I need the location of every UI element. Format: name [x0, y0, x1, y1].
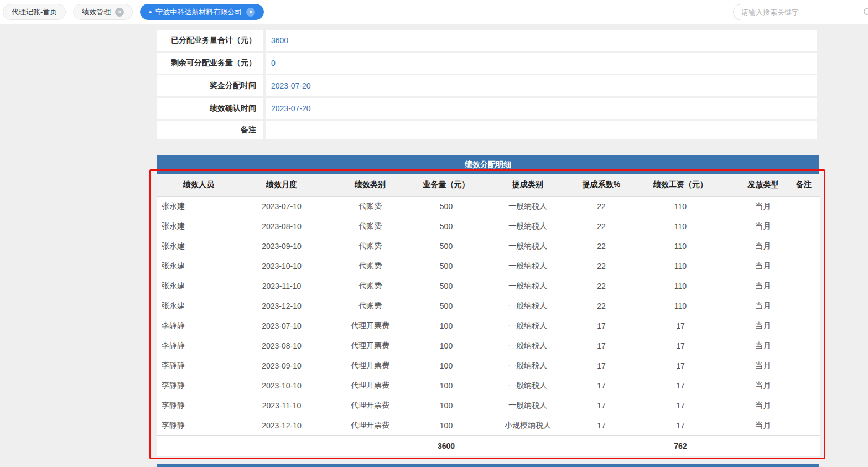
table-cell: 代账费 — [323, 256, 417, 276]
column-header: 备注 — [788, 174, 820, 196]
table-cell: 代账费 — [323, 216, 417, 236]
table-cell: 22 — [580, 236, 622, 256]
tab-company-active[interactable]: • 宁波中科达新材料有限公司 ✕ — [140, 4, 264, 20]
table-cell: 代理开票费 — [323, 396, 417, 416]
tab-company-label: 宁波中科达新材料有限公司 — [155, 7, 242, 17]
table-cell: 2023-09-10 — [240, 356, 323, 376]
tab-home-label: 代理记账-首页 — [12, 7, 57, 17]
table-cell: 一般纳税人 — [475, 236, 580, 256]
table-cell: 一般纳税人 — [475, 336, 580, 356]
table-row: 张永建2023-10-10代账费500一般纳税人22110当月 — [157, 256, 820, 276]
performance-confirm-date-value[interactable]: 2023-07-20 — [266, 98, 817, 119]
table-cell: 一般纳税人 — [475, 376, 580, 396]
table-cell: 张永建 — [157, 216, 240, 236]
table-cell: 代理开票费 — [323, 336, 417, 356]
table-cell: 李静静 — [157, 396, 240, 416]
table-cell: 500 — [417, 216, 475, 236]
table-cell: 17 — [580, 416, 622, 435]
remark-value[interactable] — [266, 121, 817, 139]
table-cell: 22 — [580, 256, 622, 276]
tab-home[interactable]: 代理记账-首页 — [3, 4, 66, 20]
table-row: 李静静2023-11-10代理开票费100一般纳税人1717当月 — [157, 396, 820, 416]
remaining-allocatable-value[interactable]: 0 — [266, 53, 817, 74]
close-icon[interactable]: ✕ — [115, 8, 124, 17]
form-row: 奖金分配时间 2023-07-20 — [157, 75, 817, 96]
performance-summary-form: 已分配业务量合计（元） 3600 剩余可分配业务量（元） 0 奖金分配时间 20… — [157, 30, 817, 141]
column-header: 绩效类别 — [323, 174, 417, 196]
search-box — [733, 4, 868, 20]
table-cell: 110 — [622, 216, 739, 236]
table-row: 张永建2023-08-10代账费500一般纳税人22110当月 — [157, 216, 820, 236]
table-cell — [788, 376, 820, 396]
search-icon — [863, 8, 868, 17]
form-row: 已分配业务量合计（元） 3600 — [157, 30, 817, 51]
form-label: 绩效确认时间 — [157, 98, 263, 119]
form-label: 备注 — [157, 121, 263, 139]
table-cell: 一般纳税人 — [475, 356, 580, 376]
form-label: 已分配业务量合计（元） — [157, 30, 263, 51]
table-cell: 17 — [580, 376, 622, 396]
table-cell: 一般纳税人 — [475, 196, 580, 216]
table-cell: 当月 — [739, 256, 788, 276]
table-cell: 17 — [622, 416, 739, 435]
column-header: 绩效月度 — [240, 174, 323, 196]
table-row: 张永建2023-11-10代账费500一般纳税人22110当月 — [157, 276, 820, 296]
table-total-row: 3600762 — [157, 435, 820, 456]
table-cell: 一般纳税人 — [475, 296, 580, 316]
table-cell: 小规模纳税人 — [475, 416, 580, 435]
table-cell: 当月 — [739, 316, 788, 336]
table-cell: 李静静 — [157, 336, 240, 356]
total-cell — [739, 435, 788, 456]
table-cell — [788, 336, 820, 356]
table-cell: 22 — [580, 296, 622, 316]
close-icon[interactable]: ✕ — [246, 8, 255, 17]
tab-performance-management[interactable]: 绩效管理 ✕ — [73, 4, 133, 20]
table-cell: 22 — [580, 276, 622, 296]
table-cell — [788, 316, 820, 336]
table-row: 李静静2023-12-10代理开票费100小规模纳税人1717当月 — [157, 416, 820, 435]
table-cell: 当月 — [739, 356, 788, 376]
search-input[interactable] — [733, 4, 868, 20]
table-cell: 当月 — [739, 376, 788, 396]
table-cell: 100 — [417, 376, 475, 396]
table-cell: 110 — [622, 256, 739, 276]
table-cell — [788, 416, 820, 435]
table-cell: 当月 — [739, 396, 788, 416]
total-cell — [580, 435, 622, 456]
table-cell: 当月 — [739, 216, 788, 236]
table-cell: 500 — [417, 296, 475, 316]
table-cell: 500 — [417, 236, 475, 256]
table-cell — [788, 256, 820, 276]
table-cell: 2023-11-10 — [240, 276, 323, 296]
total-cell — [323, 435, 417, 456]
top-tab-bar: 代理记账-首页 绩效管理 ✕ • 宁波中科达新材料有限公司 ✕ — [0, 0, 868, 24]
active-dot-icon: • — [149, 8, 152, 16]
table-cell: 17 — [622, 396, 739, 416]
table-cell: 一般纳税人 — [475, 216, 580, 236]
table-cell: 110 — [622, 276, 739, 296]
tab-performance-label: 绩效管理 — [82, 7, 111, 17]
allocated-total-value[interactable]: 3600 — [266, 30, 817, 51]
table-cell — [788, 276, 820, 296]
table-cell: 2023-07-10 — [240, 316, 323, 336]
next-section-header-bar — [157, 464, 819, 467]
table-cell: 代账费 — [323, 236, 417, 256]
table-cell: 500 — [417, 256, 475, 276]
table-cell: 李静静 — [157, 316, 240, 336]
table-cell: 17 — [580, 316, 622, 336]
table-cell: 当月 — [739, 276, 788, 296]
table-cell: 张永建 — [157, 276, 240, 296]
table-cell — [788, 356, 820, 376]
table-cell: 一般纳税人 — [475, 316, 580, 336]
table-cell: 当月 — [739, 416, 788, 435]
table-row: 张永建2023-09-10代账费500一般纳税人22110当月 — [157, 236, 820, 256]
table-cell: 110 — [622, 296, 739, 316]
table-cell: 2023-10-10 — [240, 376, 323, 396]
column-header: 业务量（元） — [417, 174, 475, 196]
table-cell: 17 — [622, 336, 739, 356]
column-header: 绩效工资（元） — [622, 174, 739, 196]
table-cell: 一般纳税人 — [475, 396, 580, 416]
table-cell: 代账费 — [323, 276, 417, 296]
bonus-allocation-date-value[interactable]: 2023-07-20 — [266, 75, 817, 96]
table-cell: 2023-12-10 — [240, 416, 323, 435]
